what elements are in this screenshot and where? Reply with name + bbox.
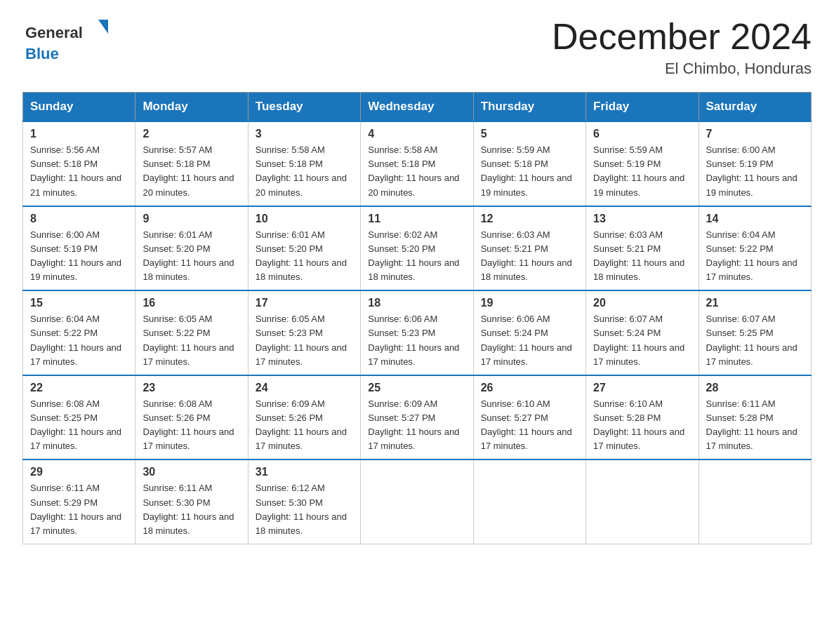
daylight-label: Daylight: 11 hours and 17 minutes. xyxy=(481,342,572,367)
weekday-header-wednesday: Wednesday xyxy=(361,93,473,122)
sunset-label: Sunset: 5:29 PM xyxy=(30,497,98,508)
day-info: Sunrise: 6:05 AM Sunset: 5:22 PM Dayligh… xyxy=(143,312,240,369)
calendar-cell: 15 Sunrise: 6:04 AM Sunset: 5:22 PM Dayl… xyxy=(23,290,135,375)
sunset-label: Sunset: 5:18 PM xyxy=(368,159,435,169)
calendar-cell: 30 Sunrise: 6:11 AM Sunset: 5:30 PM Dayl… xyxy=(135,459,248,544)
day-number: 9 xyxy=(143,213,240,225)
day-info: Sunrise: 6:00 AM Sunset: 5:19 PM Dayligh… xyxy=(706,143,804,200)
day-info: Sunrise: 5:56 AM Sunset: 5:18 PM Dayligh… xyxy=(30,143,128,200)
weekday-header-tuesday: Tuesday xyxy=(248,93,360,122)
daylight-label: Daylight: 11 hours and 18 minutes. xyxy=(143,257,234,282)
logo: General Blue xyxy=(22,17,114,67)
sunrise-label: Sunrise: 6:11 AM xyxy=(706,398,776,409)
weekday-header-monday: Monday xyxy=(135,93,248,122)
svg-text:Blue: Blue xyxy=(25,45,59,62)
daylight-label: Daylight: 11 hours and 17 minutes. xyxy=(481,427,572,451)
page-header: General Blue December 2024 El Chimbo, Ho… xyxy=(22,17,812,78)
day-info: Sunrise: 6:10 AM Sunset: 5:28 PM Dayligh… xyxy=(593,397,691,454)
sunset-label: Sunset: 5:28 PM xyxy=(706,412,774,423)
sunrise-label: Sunrise: 6:00 AM xyxy=(30,229,100,240)
day-number: 29 xyxy=(30,466,128,478)
sunset-label: Sunset: 5:26 PM xyxy=(256,412,323,423)
calendar-cell xyxy=(699,459,811,544)
daylight-label: Daylight: 11 hours and 19 minutes. xyxy=(481,173,572,197)
day-number: 11 xyxy=(368,213,465,225)
day-info: Sunrise: 6:04 AM Sunset: 5:22 PM Dayligh… xyxy=(30,312,128,369)
calendar-cell: 22 Sunrise: 6:08 AM Sunset: 5:25 PM Dayl… xyxy=(23,375,135,460)
sunset-label: Sunset: 5:23 PM xyxy=(256,328,323,338)
day-info: Sunrise: 6:00 AM Sunset: 5:19 PM Dayligh… xyxy=(30,228,128,285)
calendar-cell: 23 Sunrise: 6:08 AM Sunset: 5:26 PM Dayl… xyxy=(135,375,248,460)
day-info: Sunrise: 6:06 AM Sunset: 5:24 PM Dayligh… xyxy=(481,312,578,369)
calendar-cell: 29 Sunrise: 6:11 AM Sunset: 5:29 PM Dayl… xyxy=(23,459,135,544)
daylight-label: Daylight: 11 hours and 20 minutes. xyxy=(143,173,234,197)
daylight-label: Daylight: 11 hours and 17 minutes. xyxy=(256,427,347,451)
day-info: Sunrise: 5:59 AM Sunset: 5:19 PM Dayligh… xyxy=(593,143,691,200)
calendar-cell: 26 Sunrise: 6:10 AM Sunset: 5:27 PM Dayl… xyxy=(473,375,585,460)
sunrise-label: Sunrise: 6:08 AM xyxy=(30,398,100,409)
sunrise-label: Sunrise: 6:09 AM xyxy=(368,398,437,409)
subtitle: El Chimbo, Honduras xyxy=(552,60,812,78)
sunset-label: Sunset: 5:18 PM xyxy=(30,159,98,169)
day-number: 12 xyxy=(481,213,578,225)
calendar-cell: 2 Sunrise: 5:57 AM Sunset: 5:18 PM Dayli… xyxy=(135,121,248,206)
sunrise-label: Sunrise: 6:07 AM xyxy=(706,314,776,324)
day-number: 31 xyxy=(256,466,353,478)
day-info: Sunrise: 6:11 AM Sunset: 5:29 PM Dayligh… xyxy=(30,481,128,538)
calendar-cell: 24 Sunrise: 6:09 AM Sunset: 5:26 PM Dayl… xyxy=(248,375,360,460)
daylight-label: Daylight: 11 hours and 19 minutes. xyxy=(706,173,797,197)
day-info: Sunrise: 5:57 AM Sunset: 5:18 PM Dayligh… xyxy=(143,143,240,200)
sunset-label: Sunset: 5:19 PM xyxy=(30,243,98,254)
day-number: 18 xyxy=(368,297,465,309)
sunrise-label: Sunrise: 6:04 AM xyxy=(30,314,100,324)
sunrise-label: Sunrise: 6:01 AM xyxy=(256,229,325,240)
daylight-label: Daylight: 11 hours and 17 minutes. xyxy=(593,342,684,367)
sunset-label: Sunset: 5:27 PM xyxy=(481,412,548,423)
calendar-cell: 20 Sunrise: 6:07 AM Sunset: 5:24 PM Dayl… xyxy=(586,290,699,375)
day-number: 4 xyxy=(368,128,465,140)
daylight-label: Daylight: 11 hours and 18 minutes. xyxy=(481,257,572,282)
calendar-cell: 1 Sunrise: 5:56 AM Sunset: 5:18 PM Dayli… xyxy=(23,121,135,206)
calendar-cell: 25 Sunrise: 6:09 AM Sunset: 5:27 PM Dayl… xyxy=(361,375,473,460)
day-info: Sunrise: 6:07 AM Sunset: 5:25 PM Dayligh… xyxy=(706,312,804,369)
calendar-cell xyxy=(586,459,699,544)
daylight-label: Daylight: 11 hours and 19 minutes. xyxy=(593,173,684,197)
weekday-header-thursday: Thursday xyxy=(473,93,585,122)
day-info: Sunrise: 6:07 AM Sunset: 5:24 PM Dayligh… xyxy=(593,312,691,369)
calendar-cell: 13 Sunrise: 6:03 AM Sunset: 5:21 PM Dayl… xyxy=(586,206,699,291)
sunset-label: Sunset: 5:28 PM xyxy=(593,412,661,423)
daylight-label: Daylight: 11 hours and 20 minutes. xyxy=(256,173,347,197)
day-info: Sunrise: 6:02 AM Sunset: 5:20 PM Dayligh… xyxy=(368,228,465,285)
daylight-label: Daylight: 11 hours and 19 minutes. xyxy=(30,257,121,282)
daylight-label: Daylight: 11 hours and 18 minutes. xyxy=(256,511,347,536)
calendar-week-5: 29 Sunrise: 6:11 AM Sunset: 5:29 PM Dayl… xyxy=(23,459,812,544)
sunrise-label: Sunrise: 6:00 AM xyxy=(706,145,776,155)
day-info: Sunrise: 6:06 AM Sunset: 5:23 PM Dayligh… xyxy=(368,312,465,369)
sunset-label: Sunset: 5:25 PM xyxy=(30,412,98,423)
sunset-label: Sunset: 5:27 PM xyxy=(368,412,435,423)
sunset-label: Sunset: 5:20 PM xyxy=(143,243,210,254)
day-number: 22 xyxy=(30,382,128,394)
day-number: 6 xyxy=(593,128,691,140)
sunrise-label: Sunrise: 6:10 AM xyxy=(481,398,550,409)
daylight-label: Daylight: 11 hours and 17 minutes. xyxy=(706,257,797,282)
sunrise-label: Sunrise: 6:07 AM xyxy=(593,314,663,324)
sunrise-label: Sunrise: 5:58 AM xyxy=(256,145,325,155)
sunset-label: Sunset: 5:24 PM xyxy=(481,328,548,338)
day-info: Sunrise: 6:10 AM Sunset: 5:27 PM Dayligh… xyxy=(481,397,578,454)
calendar-cell: 12 Sunrise: 6:03 AM Sunset: 5:21 PM Dayl… xyxy=(473,206,585,291)
sunrise-label: Sunrise: 6:05 AM xyxy=(256,314,325,324)
day-info: Sunrise: 6:03 AM Sunset: 5:21 PM Dayligh… xyxy=(593,228,691,285)
calendar-cell: 17 Sunrise: 6:05 AM Sunset: 5:23 PM Dayl… xyxy=(248,290,360,375)
day-number: 25 xyxy=(368,382,465,394)
sunrise-label: Sunrise: 5:59 AM xyxy=(481,145,550,155)
day-number: 20 xyxy=(593,297,691,309)
sunset-label: Sunset: 5:30 PM xyxy=(143,497,210,508)
day-number: 27 xyxy=(593,382,691,394)
calendar-week-2: 8 Sunrise: 6:00 AM Sunset: 5:19 PM Dayli… xyxy=(23,206,812,291)
day-info: Sunrise: 5:59 AM Sunset: 5:18 PM Dayligh… xyxy=(481,143,578,200)
day-number: 7 xyxy=(706,128,804,140)
calendar-table: SundayMondayTuesdayWednesdayThursdayFrid… xyxy=(22,92,812,544)
sunset-label: Sunset: 5:20 PM xyxy=(368,243,435,254)
day-number: 13 xyxy=(593,213,691,225)
